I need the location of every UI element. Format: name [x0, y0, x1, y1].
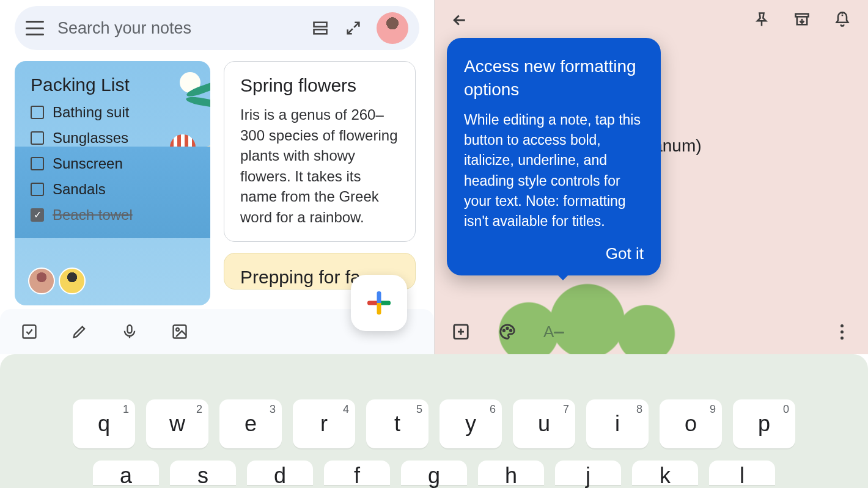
notes-list-pane: Search your notes Packing List Bathing s… [0, 0, 434, 354]
new-note-fab[interactable] [351, 275, 407, 331]
archive-icon[interactable] [793, 11, 812, 29]
callout-dismiss-button[interactable]: Got it [464, 244, 644, 263]
editor-header [435, 0, 868, 35]
editor-toolbar: A [435, 309, 868, 354]
add-content-icon[interactable] [451, 321, 471, 342]
svg-rect-2 [23, 326, 36, 338]
svg-point-9 [507, 327, 509, 329]
svg-point-8 [503, 330, 505, 332]
pin-icon[interactable] [753, 11, 771, 29]
key-g[interactable]: g [401, 461, 467, 485]
more-icon[interactable] [831, 321, 852, 342]
svg-rect-3 [128, 326, 132, 333]
key-o[interactable]: o9 [660, 399, 722, 448]
expand-icon[interactable] [344, 18, 363, 38]
search-placeholder: Search your notes [57, 19, 297, 38]
key-w[interactable]: w2 [146, 399, 208, 448]
view-toggle-icon[interactable] [311, 18, 330, 38]
svg-rect-1 [314, 29, 327, 34]
key-p[interactable]: p0 [733, 399, 795, 448]
search-bar[interactable]: Search your notes [15, 6, 419, 50]
callout-title: Access new formatting options [464, 55, 644, 101]
key-r[interactable]: r4 [293, 399, 355, 448]
checkbox-checked-icon[interactable] [31, 208, 44, 222]
note-card-spring-flowers[interactable]: Spring flowers Iris is a genus of 260–30… [224, 61, 416, 242]
new-image-icon[interactable] [170, 322, 189, 341]
checkbox-icon[interactable] [31, 157, 44, 170]
key-d[interactable]: d [247, 461, 313, 485]
keyboard-row: q1w2e3r4t5y6u7i8o9p0 [0, 399, 868, 448]
key-j[interactable]: j [555, 461, 621, 485]
checklist-item[interactable]: Sandals [31, 181, 194, 198]
key-y[interactable]: y6 [440, 399, 502, 448]
note-body: Iris is a genus of 260–300 species of fl… [240, 104, 399, 228]
key-h[interactable]: h [478, 461, 544, 485]
checklist-item[interactable]: Bathing suit [31, 104, 194, 121]
checklist-item[interactable]: Sunglasses [31, 129, 194, 147]
key-f[interactable]: f [324, 461, 390, 485]
collaborators [28, 268, 86, 294]
svg-point-10 [510, 330, 512, 332]
checkbox-icon[interactable] [31, 131, 44, 145]
note-card-packing-list[interactable]: Packing List Bathing suit Sunglasses Sun… [15, 61, 210, 305]
key-a[interactable]: a [93, 461, 159, 485]
collaborator-avatar[interactable] [28, 268, 55, 294]
keyboard-row: asdfghjkl [0, 461, 868, 485]
text-format-icon[interactable]: A [543, 321, 564, 342]
key-t[interactable]: t5 [366, 399, 428, 448]
svg-rect-0 [314, 23, 327, 27]
plus-icon [367, 291, 391, 315]
feature-callout: Access new formatting options While edit… [447, 38, 661, 275]
palette-icon[interactable] [497, 321, 518, 342]
back-icon[interactable] [451, 11, 469, 29]
new-list-icon[interactable] [20, 322, 39, 341]
account-avatar[interactable] [377, 12, 408, 44]
note-title: Packing List [31, 75, 194, 95]
svg-rect-6 [796, 14, 809, 17]
key-i[interactable]: i8 [586, 399, 649, 448]
callout-body: While editing a note, tap this button to… [464, 110, 644, 232]
key-e[interactable]: e3 [219, 399, 282, 448]
new-drawing-icon[interactable] [70, 322, 89, 341]
menu-icon[interactable] [26, 21, 44, 35]
key-l[interactable]: l [709, 461, 775, 485]
svg-rect-4 [174, 326, 186, 338]
checkbox-icon[interactable] [31, 183, 44, 196]
reminder-icon[interactable] [834, 11, 852, 29]
key-s[interactable]: s [170, 461, 236, 485]
key-u[interactable]: u7 [513, 399, 575, 448]
new-audio-icon[interactable] [120, 322, 139, 341]
checklist: Bathing suit Sunglasses Sunscreen Sandal… [31, 104, 194, 224]
key-k[interactable]: k [632, 461, 698, 485]
checkbox-icon[interactable] [31, 106, 44, 119]
collaborator-avatar[interactable] [59, 268, 86, 294]
svg-point-5 [176, 328, 179, 331]
key-q[interactable]: q1 [73, 399, 135, 448]
onscreen-keyboard: q1w2e3r4t5y6u7i8o9p0 asdfghjkl [0, 354, 868, 488]
note-editor-pane: s spp.) nium x oxonianum) Access new for… [434, 0, 868, 354]
note-title: Spring flowers [240, 75, 399, 96]
checklist-item[interactable]: Beach towel [31, 206, 194, 224]
checklist-item[interactable]: Sunscreen [31, 155, 194, 172]
